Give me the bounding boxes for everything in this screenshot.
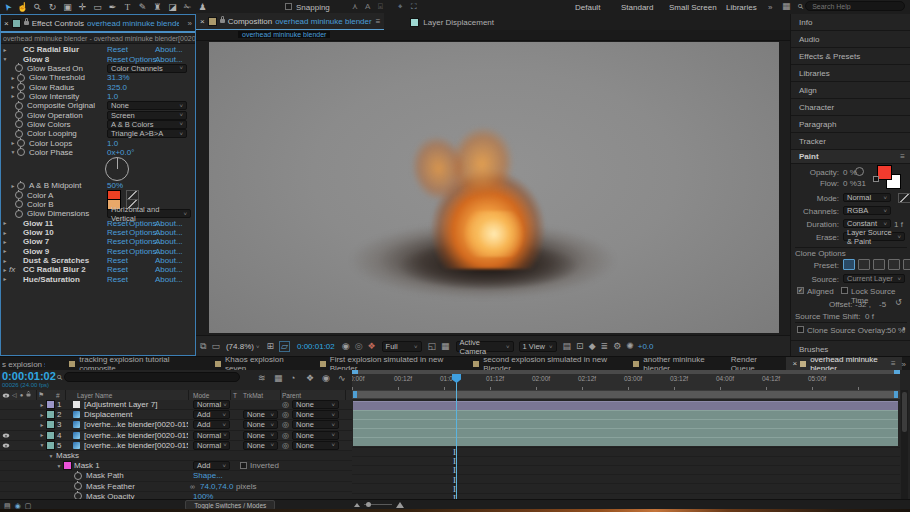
foreground-color-swatch[interactable] [877,165,892,180]
share-view-icon[interactable]: ▤ [563,342,572,351]
timeline-search-input[interactable] [64,372,240,382]
clone-preset-4[interactable] [888,259,900,270]
masks-group-label[interactable]: Masks [56,451,79,460]
pen-tool[interactable]: ✒ [105,2,120,12]
expand-layer-switches-icon[interactable]: ▤ [4,502,11,509]
panel-menu-icon[interactable]: ≡ [900,152,905,161]
stopwatch-icon[interactable] [15,200,23,208]
draft-3d-icon[interactable]: ▦ [274,374,283,383]
camera-tool[interactable]: ▣ [60,2,75,12]
paint-panel-header[interactable]: Paint ≡ [791,150,910,164]
glow-based-on-dropdown[interactable]: Color Channels˅ [107,64,187,73]
fast-previews-icon[interactable]: ◆ [589,342,596,351]
about-link[interactable]: About... [155,256,183,265]
zoom-out-mountain-icon[interactable] [354,503,360,507]
clone-preset-5[interactable] [903,259,910,270]
snapping-option-icon-2[interactable]: ⛶ [411,2,417,12]
help-search-input[interactable] [805,1,905,11]
erase-dropdown[interactable]: Layer Source & Paint˅ [843,232,905,241]
reset-exposure-icon[interactable]: ✺ [626,342,634,351]
expand-arrow-icon[interactable]: ► [38,432,46,438]
clone-preset-3[interactable] [873,259,885,270]
stopwatch-icon[interactable] [15,210,23,218]
grid-guides-icon[interactable]: ⊞ [266,342,274,351]
timeline-button-icon[interactable]: ≣ [601,342,609,351]
stopwatch-icon[interactable] [15,130,23,138]
effect-row[interactable]: ► Dust & Scratches Reset About... [1,256,195,265]
graph-editor-icon[interactable]: ∿ [338,374,346,383]
trkmat-dropdown[interactable]: None˅ [243,431,278,440]
t-column-header[interactable]: T [233,392,237,399]
property-value[interactable]: 0x+0.0° [107,148,134,157]
stopwatch-icon[interactable] [17,74,25,82]
reset-link[interactable]: Reset [107,237,128,246]
clone-stamp-tool[interactable]: ♜ [150,2,165,12]
aligned-checkbox[interactable]: ✓ [797,287,804,294]
offset-x-value[interactable]: -32 , [855,300,871,309]
expand-arrow-icon[interactable]: ► [1,230,9,236]
brush-tool[interactable]: ✎ [135,2,150,12]
stopwatch-icon[interactable] [15,120,23,128]
effect-controls-tab[interactable]: × Effect Controls overhead mininuke blen… [1,15,195,33]
expand-arrow-icon[interactable]: ► [9,183,17,189]
effect-row[interactable]: ▼ Glow 8 Reset Options... About... [1,54,195,63]
comp-frame[interactable] [209,42,779,333]
collapse-arrow-icon[interactable]: ▼ [55,463,63,469]
about-link[interactable]: About... [155,247,183,256]
composition-tab[interactable]: × Composition overhead mininuke blender … [196,13,384,31]
rotate-tool[interactable]: ↻ [45,2,60,12]
mask-value-ibeam[interactable]: I [453,466,456,475]
always-preview-icon[interactable]: ⧉ [200,342,206,351]
layer-name[interactable]: [overhe...ke blender[0020-0150].exr] [84,420,188,429]
timeline-search[interactable]: ⚲ [57,372,240,382]
stopwatch-icon[interactable] [15,111,23,119]
layer-row-2[interactable]: ► 2 Displacement Add˅ None˅ ◎ None˅ [0,410,352,420]
expand-arrow-icon[interactable]: ► [1,239,9,245]
lock-source-time-checkbox[interactable] [841,287,848,294]
flow-value[interactable]: 0 % [843,179,857,188]
panel-menu-icon[interactable]: ≡ [376,17,381,26]
mask-color-square[interactable] [63,461,72,470]
parent-pickwhip-icon[interactable]: ◎ [282,420,289,429]
comp-tab-active-overhead-mininuke[interactable]: × overhead mininuke blender ≡ [786,357,901,371]
parent-pickwhip-icon[interactable]: ◎ [282,400,289,409]
layer-label-square[interactable] [46,431,55,440]
magnification-menu[interactable]: (74.8%)˅ [226,342,260,351]
zoom-in-mountain-icon[interactable] [396,502,404,508]
expand-arrow-icon[interactable]: ► [1,267,9,273]
effect-row[interactable]: ► CC Radial Blur Reset About... [1,45,195,54]
layer-label-square[interactable] [46,400,55,409]
pixel-aspect-icon[interactable]: ⊡ [576,342,584,351]
work-area-end-handle[interactable] [894,391,898,398]
mask-path-value[interactable]: Shape... [193,471,223,480]
clone-preset-1[interactable] [843,259,855,270]
type-tool[interactable]: T [120,2,135,12]
eyedropper-icon[interactable] [898,193,910,203]
expand-arrow-icon[interactable]: ► [9,140,17,146]
close-icon[interactable]: × [4,19,9,28]
mask-visibility-icon[interactable]: ▱ [279,341,290,352]
expand-transfer-controls-icon[interactable]: ◉ [15,502,21,509]
expand-in-out-icon[interactable]: ▢ [25,502,32,509]
mask-path-row[interactable]: Mask Path Shape... [0,471,352,481]
about-link[interactable]: About... [155,275,183,284]
about-link[interactable]: About... [155,219,183,228]
masks-group-row[interactable]: ▼ Masks [0,451,352,461]
angle-dial[interactable] [105,157,129,181]
expand-arrow-icon[interactable]: ► [1,220,9,226]
panel-tab-align[interactable]: Align [791,82,910,99]
expand-arrow-icon[interactable]: ► [38,402,46,408]
composition-mini-flowchart-icon[interactable]: ≋ [258,374,266,383]
region-of-interest-icon[interactable]: ◱ [428,342,437,351]
snapping-option-icon-1[interactable]: ⌖ [398,2,403,12]
collapse-arrow-icon[interactable]: ▼ [47,453,55,459]
work-area-start-handle[interactable] [353,391,357,398]
work-area-bar[interactable] [353,391,898,398]
color-looping-dropdown[interactable]: Triangle A>B>A˅ [107,129,187,138]
comp-breadcrumb[interactable]: overhead mininuke blender [238,31,330,38]
hand-tool[interactable]: ☝ [15,2,30,12]
motion-blur-icon[interactable]: ◉ [322,374,330,383]
parent-pickwhip-icon[interactable]: ◎ [282,441,289,450]
reset-link[interactable]: Reset [107,265,128,274]
effect-row[interactable]: ► fx CC Radial Blur 2 Reset About... [1,265,195,274]
